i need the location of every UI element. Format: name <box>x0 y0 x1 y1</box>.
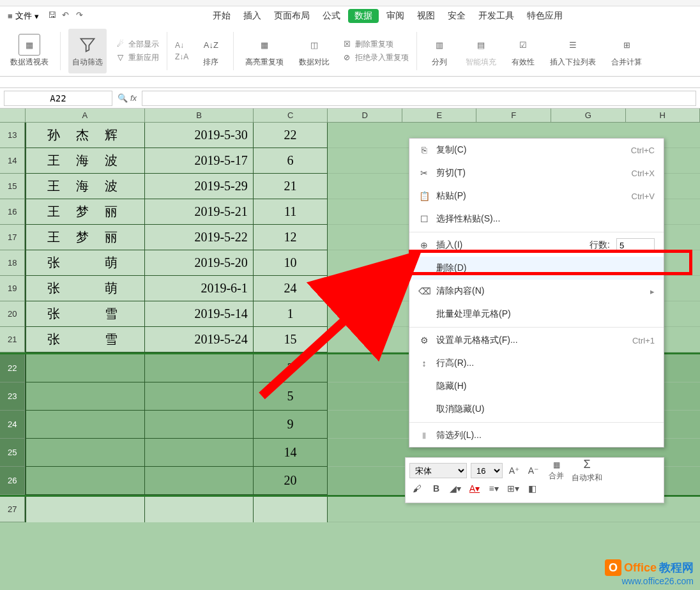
ribbon-dropdown[interactable]: ☰ 插入下拉列表 <box>546 29 600 73</box>
col-header-F[interactable]: F <box>476 109 551 122</box>
cell[interactable]: 张 雪 <box>25 327 145 352</box>
cell[interactable] <box>328 250 402 276</box>
tab-data[interactable]: 数据 <box>348 9 379 23</box>
ribbon-validation[interactable]: ☑ 有效性 <box>508 29 538 73</box>
cell[interactable]: 9 <box>254 411 328 439</box>
cell[interactable] <box>328 439 402 467</box>
ribbon-del-dup[interactable]: ☒删除重复项 <box>341 39 409 50</box>
row-header[interactable]: 15 <box>0 174 25 199</box>
cm-delete[interactable]: 删除(D) <box>409 257 664 280</box>
tab-start[interactable]: 开始 <box>208 9 236 23</box>
tab-view[interactable]: 视图 <box>412 9 440 23</box>
ribbon-fill[interactable]: ▤ 智能填充 <box>462 29 500 73</box>
cell[interactable] <box>328 301 402 327</box>
cell[interactable]: 10 <box>254 250 328 276</box>
cell[interactable] <box>145 497 254 522</box>
col-header-E[interactable]: E <box>402 109 477 122</box>
file-menu[interactable]: ≡ 文件 ▾ <box>8 10 39 22</box>
cell[interactable]: 2019-5-29 <box>145 174 254 199</box>
fill-color-button[interactable]: ◢▾ <box>448 481 463 496</box>
col-header-A[interactable]: A <box>26 109 146 122</box>
tab-formula[interactable]: 公式 <box>317 9 346 23</box>
cell[interactable] <box>328 199 402 225</box>
row-header[interactable]: 25 <box>0 439 25 467</box>
cell[interactable] <box>328 354 402 382</box>
cm-cut[interactable]: ✂ 剪切(T) Ctrl+X <box>409 162 664 185</box>
cm-batch[interactable]: 批量处理单元格(P) <box>409 303 664 326</box>
ribbon-sort[interactable]: A↓Z 排序 <box>196 29 225 73</box>
cm-clear[interactable]: ⌫ 清除内容(N) ▸ <box>409 280 664 303</box>
ribbon-reject-dup[interactable]: ⊘拒绝录入重复项 <box>341 52 409 63</box>
fx-label[interactable]: fx <box>130 93 137 103</box>
row-header[interactable]: 23 <box>0 382 25 411</box>
bold-button[interactable]: B <box>429 481 444 496</box>
ribbon-highlight-dup[interactable]: ▦ 高亮重复项 <box>241 29 287 73</box>
cell[interactable] <box>25 382 145 411</box>
tab-insert[interactable]: 插入 <box>238 9 266 23</box>
sort-asc-button[interactable]: A↓ <box>175 41 188 50</box>
cell[interactable] <box>328 174 402 199</box>
eraser-button[interactable]: ◧ <box>524 481 540 496</box>
row-header[interactable]: 26 <box>0 467 25 495</box>
cell[interactable]: 张 萌 <box>25 250 145 276</box>
row-header[interactable]: 20 <box>0 301 25 327</box>
cell[interactable] <box>328 327 402 352</box>
col-header-B[interactable]: B <box>145 109 254 122</box>
cell[interactable] <box>25 354 145 382</box>
merge-group[interactable]: ▦ 合并 <box>549 460 564 481</box>
cell[interactable]: 2019-5-24 <box>145 327 254 352</box>
ribbon-reapply[interactable]: ▽重新应用 <box>114 52 159 63</box>
cell[interactable]: 22 <box>254 123 328 148</box>
cell[interactable]: 王 梦 丽 <box>25 225 145 250</box>
cell[interactable]: 2019-5-20 <box>145 250 254 276</box>
cm-insert[interactable]: ⊕ 插入(I) 行数: <box>409 234 664 257</box>
row-header[interactable]: 14 <box>0 148 25 174</box>
row-header[interactable]: 16 <box>0 199 25 225</box>
cell[interactable]: 11 <box>254 199 328 225</box>
sort-desc-button[interactable]: Z↓A <box>175 52 188 61</box>
cell[interactable]: 20 <box>254 467 328 495</box>
undo-icon[interactable]: ↶ <box>62 10 73 22</box>
decrease-font-button[interactable]: A⁻ <box>526 463 541 478</box>
autosum-group[interactable]: Σ 自动求和 <box>572 458 602 483</box>
tab-layout[interactable]: 页面布局 <box>269 9 315 23</box>
cell[interactable] <box>25 411 145 439</box>
cell[interactable]: 24 <box>254 276 328 301</box>
cell[interactable] <box>328 276 402 301</box>
cell[interactable] <box>145 467 254 495</box>
cell[interactable]: 王 海 波 <box>25 148 145 174</box>
tab-review[interactable]: 审阅 <box>381 9 409 23</box>
cell[interactable] <box>145 382 254 411</box>
cell[interactable]: 2019-5-30 <box>145 123 254 148</box>
ribbon-split[interactable]: ▥ 分列 <box>425 29 454 73</box>
tab-devtools[interactable]: 开发工具 <box>473 9 519 23</box>
cell[interactable]: 21 <box>254 174 328 199</box>
cell[interactable]: 6 <box>254 148 328 174</box>
cell[interactable]: 张 雪 <box>25 301 145 327</box>
ribbon-showall[interactable]: ☄全部显示 <box>114 39 159 50</box>
size-select[interactable]: 16 <box>471 463 503 478</box>
cell[interactable] <box>328 411 402 439</box>
cell[interactable]: 12 <box>254 225 328 250</box>
col-header-D[interactable]: D <box>328 109 402 122</box>
select-all-corner[interactable] <box>0 109 26 122</box>
cell[interactable]: 2019-5-14 <box>145 301 254 327</box>
row-header[interactable]: 13 <box>0 123 25 148</box>
ribbon-pivot[interactable]: ▦ 数据透视表 <box>6 29 52 73</box>
cell[interactable]: 3 <box>254 354 328 382</box>
col-header-C[interactable]: C <box>254 109 328 122</box>
cell[interactable] <box>145 354 254 382</box>
formula-input[interactable] <box>142 91 696 106</box>
cell[interactable] <box>328 225 402 250</box>
border-button[interactable]: ⊞▾ <box>505 481 521 496</box>
cell[interactable]: 张 萌 <box>25 276 145 301</box>
increase-font-button[interactable]: A⁺ <box>506 463 522 478</box>
tab-security[interactable]: 安全 <box>443 9 471 23</box>
ribbon-autofilter[interactable]: 自动筛选 <box>68 29 107 73</box>
cm-row-height[interactable]: ↕ 行高(R)... <box>409 352 664 375</box>
row-header[interactable]: 21 <box>0 327 25 352</box>
cell[interactable]: 王 海 波 <box>25 174 145 199</box>
row-header[interactable]: 19 <box>0 276 25 301</box>
cell[interactable] <box>254 497 328 522</box>
cell[interactable]: 15 <box>254 327 328 352</box>
